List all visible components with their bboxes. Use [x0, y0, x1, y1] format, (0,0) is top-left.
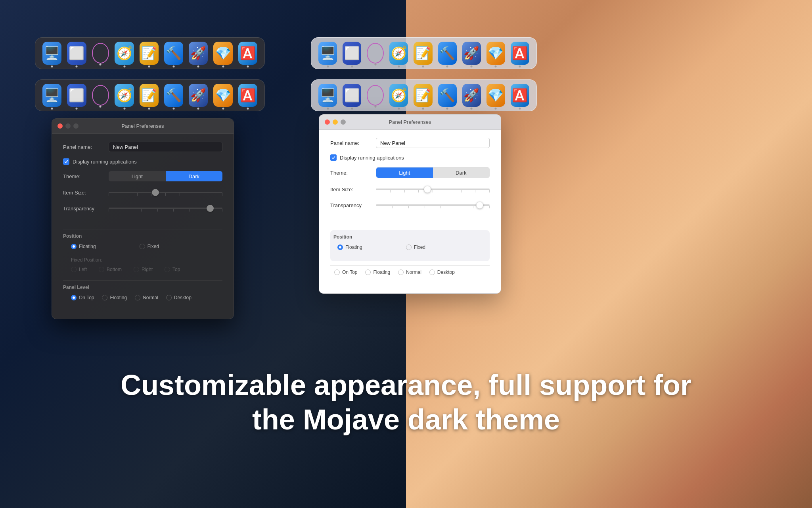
dock-icon-finder3[interactable]: 🖥️: [318, 42, 337, 65]
close-button-light[interactable]: [325, 119, 330, 125]
light-floating2-label: Floating: [373, 269, 390, 275]
dock-icon-xcode[interactable]: 🔨: [164, 42, 183, 65]
dock-icon-safari3[interactable]: 🧭: [389, 42, 408, 65]
dark-desktop-btn[interactable]: [166, 295, 172, 300]
light-panel-name-input[interactable]: [376, 138, 490, 148]
dock-icon-finder[interactable]: 🖥️: [42, 42, 61, 65]
dock-icon-copy2[interactable]: ⬜: [67, 84, 86, 107]
light-transparency-label: Transparency: [330, 202, 376, 208]
light-desktop-radio[interactable]: Desktop: [429, 269, 455, 275]
dock-icon-copy[interactable]: ⬜: [67, 42, 86, 65]
light-fixed-label: Fixed: [414, 244, 425, 250]
dark-floating-radio-button[interactable]: [71, 244, 77, 249]
tick: [404, 190, 405, 192]
tick: [392, 206, 393, 208]
dark-desktop-radio[interactable]: Desktop: [166, 295, 192, 300]
dark-floating2-btn[interactable]: [102, 295, 107, 300]
dark-transparency-thumb[interactable]: [207, 205, 214, 212]
dock-icon-finder2[interactable]: 🖥️: [42, 84, 61, 107]
tick: [489, 206, 490, 208]
dark-fixed-radio-button[interactable]: [140, 244, 145, 249]
dock-icon-xcode3[interactable]: 🔨: [438, 42, 457, 65]
dock-icon-safari2[interactable]: 🧭: [115, 84, 134, 107]
dark-normal-btn[interactable]: [135, 295, 140, 300]
tick: [208, 193, 208, 196]
dark-floating2-radio[interactable]: Floating: [102, 295, 127, 300]
light-item-size-slider[interactable]: [376, 185, 490, 194]
light-item-size-thumb[interactable]: [424, 186, 431, 193]
dock-icon-appstore2[interactable]: 🅰️: [238, 84, 257, 107]
maximize-button-light[interactable]: [341, 119, 346, 125]
dock-icon-circle3[interactable]: [367, 43, 384, 64]
dock-icon-finder4[interactable]: 🖥️: [318, 84, 337, 107]
dock-icon-xcode2[interactable]: 🔨: [164, 84, 183, 107]
dock-icon-sketch3[interactable]: 💎: [486, 42, 505, 65]
light-floating2-radio[interactable]: Floating: [365, 269, 390, 275]
light-transparency-thumb[interactable]: [476, 202, 483, 209]
light-fixed-radio[interactable]: Fixed: [406, 244, 425, 250]
dock-icon-circle[interactable]: [92, 43, 109, 64]
dark-normal-radio[interactable]: Normal: [135, 295, 158, 300]
dark-transparency-slider[interactable]: [109, 204, 222, 213]
dark-floating-radio[interactable]: Floating: [71, 244, 96, 249]
dark-panel-level-section: Panel Level On Top Floating Normal: [63, 285, 222, 304]
dark-theme-light-segment[interactable]: Light: [109, 171, 166, 181]
dark-item-size-track: [109, 192, 222, 193]
dock-icon-circle2[interactable]: [92, 85, 109, 106]
light-preferences-window: Panel Preferenses Panel name: Display ru…: [319, 114, 501, 294]
tick: [222, 193, 222, 196]
light-display-running-checkbox[interactable]: [330, 154, 337, 161]
light-theme-dark-segment[interactable]: Dark: [433, 167, 490, 178]
dock-icon-notes3[interactable]: 📝: [414, 42, 432, 65]
dock-icon-sketch4[interactable]: 💎: [486, 84, 505, 107]
dark-display-running-row: Display running applications: [63, 158, 222, 165]
dark-ontop-radio-btn[interactable]: [71, 295, 77, 300]
dock-icon-instruments3[interactable]: 🚀: [462, 42, 481, 65]
light-fixed-radio-button[interactable]: [406, 244, 412, 250]
dock-icon-circle4[interactable]: [367, 85, 384, 106]
dock-icon-sketch[interactable]: 💎: [213, 42, 232, 65]
dark-left-label: Left: [79, 267, 87, 272]
maximize-button-dark[interactable]: [73, 123, 79, 129]
close-button-dark[interactable]: [57, 123, 63, 129]
light-floating2-btn[interactable]: [365, 269, 371, 275]
light-transparency-slider[interactable]: [376, 200, 490, 210]
dark-fixed-radio[interactable]: Fixed: [140, 244, 159, 249]
dock-icon-copy4[interactable]: ⬜: [343, 84, 361, 107]
light-theme-light-segment[interactable]: Light: [376, 167, 433, 178]
dock-icon-instruments4[interactable]: 🚀: [462, 84, 481, 107]
dark-ontop-radio[interactable]: On Top: [71, 295, 94, 300]
minimize-button-light[interactable]: [333, 119, 338, 125]
dock-icon-safari[interactable]: 🧭: [115, 42, 134, 65]
minimize-button-dark[interactable]: [65, 123, 71, 129]
light-ontop-radio[interactable]: On Top: [334, 269, 357, 275]
tick: [180, 193, 180, 196]
dark-theme-dark-segment[interactable]: Dark: [166, 171, 223, 181]
dark-panel-name-input[interactable]: [109, 142, 222, 152]
light-ontop-radio-btn[interactable]: [334, 269, 340, 275]
dock-icon-sketch2[interactable]: 💎: [213, 84, 232, 107]
light-theme-label: Theme:: [330, 170, 376, 176]
dock-right-bottom: 🖥️ ⬜ 🧭 📝 🔨 🚀 💎 🅰️: [311, 79, 537, 111]
tick: [222, 209, 222, 212]
dock-left-bottom: 🖥️ ⬜ 🧭 📝 🔨 🚀 💎 🅰️: [35, 79, 265, 111]
light-floating-radio[interactable]: Floating: [337, 244, 362, 250]
dock-icon-xcode4[interactable]: 🔨: [438, 84, 457, 107]
dark-display-running-checkbox[interactable]: [63, 158, 69, 165]
dark-item-size-thumb[interactable]: [152, 189, 159, 196]
dock-icon-appstore4[interactable]: 🅰️: [511, 84, 529, 107]
dock-icon-safari4[interactable]: 🧭: [389, 84, 408, 107]
dark-item-size-slider[interactable]: [109, 188, 222, 197]
dock-icon-appstore3[interactable]: 🅰️: [511, 42, 529, 65]
dock-icon-notes4[interactable]: 📝: [414, 84, 432, 107]
dock-icon-notes[interactable]: 📝: [140, 42, 159, 65]
dock-icon-copy3[interactable]: ⬜: [343, 42, 361, 65]
light-normal-radio[interactable]: Normal: [398, 269, 421, 275]
light-normal-btn[interactable]: [398, 269, 404, 275]
light-floating-radio-button[interactable]: [337, 244, 343, 250]
dock-icon-appstore[interactable]: 🅰️: [238, 42, 257, 65]
dock-icon-instruments2[interactable]: 🚀: [189, 84, 208, 107]
dock-icon-notes2[interactable]: 📝: [140, 84, 159, 107]
light-desktop-btn[interactable]: [429, 269, 435, 275]
dock-icon-instruments[interactable]: 🚀: [189, 42, 208, 65]
